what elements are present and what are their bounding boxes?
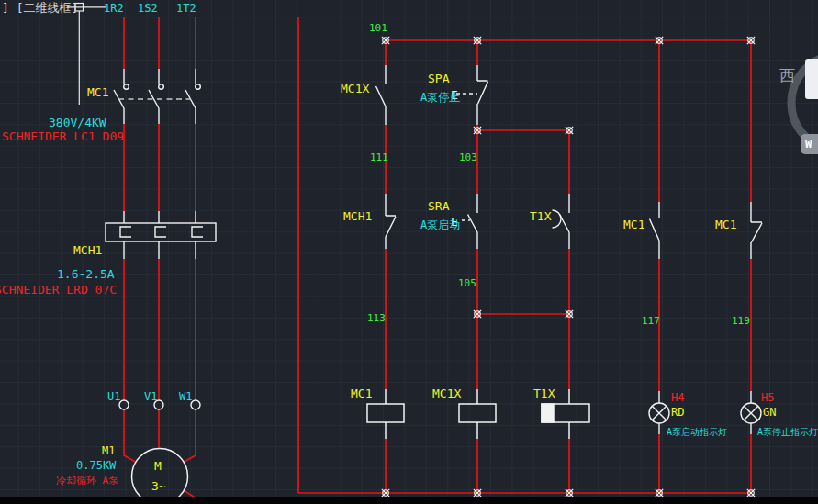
phase-label-1r2: 1R2 [104, 3, 124, 14]
contactor-mc1-label: MC1 [87, 86, 108, 98]
thermal-relay-mch1-symbol [106, 211, 216, 259]
lamp-h4-caption: A泵启动指示灯 [667, 428, 727, 437]
terminal-u1-label: U1 [107, 391, 120, 402]
contact-mc1-no [650, 202, 660, 259]
pushbutton-actuators: E E [451, 88, 458, 229]
contact-t1x-delay-no [553, 194, 570, 249]
wire-number-101: 101 [369, 23, 387, 33]
lamp-h4-color: RD [671, 407, 684, 418]
coil-mc1-label: MC1 [351, 387, 372, 399]
contact-mch1-nc [386, 194, 396, 249]
thermal-model: SCHNEIDER LRD 07C [0, 284, 117, 296]
watermark-char: 西 [779, 68, 795, 84]
lamp-h5-caption: A泵停止指示灯 [757, 428, 818, 437]
motor-letter: M [154, 460, 162, 472]
motor-m1-label: M1 [102, 445, 115, 456]
lamp-h5-tag: H5 [761, 392, 774, 403]
watermark-white-box [805, 59, 818, 99]
cad-canvas[interactable]: E E [0, 0, 818, 504]
wire-number-105: 105 [458, 278, 476, 288]
wire-number-113: 113 [367, 313, 386, 323]
coil-t1x-fill [542, 404, 554, 422]
lamp-h4-tag: H4 [671, 392, 684, 403]
terminal-v1-label: V1 [144, 391, 157, 402]
bottom-taskbar-edge [0, 497, 818, 504]
motor-circle [132, 449, 188, 504]
coil-symbols [367, 389, 589, 439]
wire-number-119: 119 [732, 316, 750, 326]
wire-number-111: 111 [370, 152, 388, 162]
contact-mch1-label: MCH1 [343, 210, 372, 222]
wire-number-103: 103 [459, 152, 477, 162]
phase-label-1s2: 1S2 [138, 3, 158, 14]
viewport-label: ] [二维线框] [2, 2, 78, 14]
button-sra-label: SRA [428, 200, 449, 212]
lamp-h5-color: GN [763, 407, 776, 418]
coil-mc1x-label: MC1X [432, 387, 461, 399]
wire-number-117: 117 [642, 316, 660, 326]
contact-mc1-no-label: MC1 [623, 218, 644, 230]
motor-phase: 3~ [151, 480, 166, 492]
thermal-range: 1.6-2.5A [57, 268, 115, 280]
contact-mc1-nc [751, 202, 762, 259]
coil-mc1x [459, 404, 496, 422]
phase-label-1t2: 1T2 [176, 3, 196, 14]
button-spa-label: SPA [428, 73, 449, 84]
contactor-model: SCHNEIDER LC1 D09 [2, 130, 124, 142]
coil-mc1 [367, 404, 404, 422]
terminal-w1-label: W1 [179, 391, 192, 402]
contact-t1x-label: T1X [530, 210, 551, 222]
contact-mc1x-no [376, 65, 387, 125]
contact-mc1x-label: MC1X [341, 83, 369, 95]
button-sra-caption: A泵启动 [420, 219, 460, 230]
motor-description: 冷却循环 A泵 [56, 476, 118, 486]
coil-t1x-label: T1X [533, 387, 555, 399]
motor-power: 0.75KW [76, 460, 116, 471]
contact-mc1-nc-label: MC1 [715, 218, 736, 230]
thermal-mch1-label: MCH1 [73, 244, 102, 256]
button-spa-caption: A泵停止 [420, 92, 460, 103]
watermark-w-button[interactable]: W [801, 134, 818, 154]
button-spa-nc [456, 65, 488, 125]
contactor-rating: 380V/4KW [49, 117, 106, 129]
contactor-mc1-symbol [114, 69, 200, 124]
power-circuit-wires [124, 17, 205, 504]
button-sra-no [462, 194, 477, 249]
